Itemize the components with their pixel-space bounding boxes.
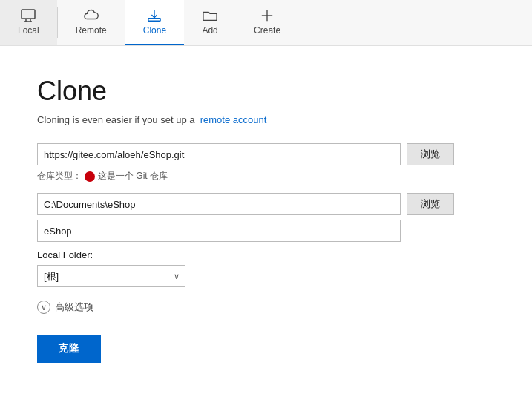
path-row: 浏览	[37, 193, 495, 215]
nav-item-remote[interactable]: Remote	[58, 0, 125, 45]
url-input[interactable]	[37, 143, 401, 165]
local-folder-dropdown[interactable]: [根]	[37, 265, 185, 287]
advanced-options-row[interactable]: ∨ 高级选项	[37, 301, 495, 314]
browse-button-1[interactable]: 浏览	[407, 143, 454, 165]
svg-rect-4	[148, 18, 160, 21]
advanced-options-icon: ∨	[37, 301, 50, 314]
repo-type-label: 仓库类型：	[37, 170, 82, 183]
svg-rect-0	[22, 10, 35, 19]
nav-item-create[interactable]: Create	[236, 0, 298, 45]
local-folder-label: Local Folder:	[37, 249, 495, 260]
monitor-icon	[20, 9, 36, 22]
repo-type-value: 这是一个 Git 仓库	[98, 170, 168, 183]
advanced-options-label: 高级选项	[55, 301, 93, 314]
url-row: 浏览	[37, 143, 495, 165]
nav-add-label: Add	[202, 25, 217, 36]
nav-remote-label: Remote	[76, 25, 107, 36]
subtitle-pre: Cloning is even easier if you set up a	[37, 114, 194, 125]
nav-item-clone[interactable]: Clone	[125, 0, 184, 45]
download-icon	[146, 9, 162, 22]
repo-name-input[interactable]	[37, 220, 401, 242]
remote-account-link[interactable]: remote account	[200, 114, 267, 125]
nav-clone-label: Clone	[143, 25, 166, 36]
top-nav: Local Remote Clone Add	[0, 0, 532, 46]
page-title: Clone	[37, 76, 495, 107]
cloud-icon	[83, 9, 99, 22]
gitee-icon	[85, 171, 95, 182]
nav-item-add[interactable]: Add	[184, 0, 236, 45]
plus-icon	[259, 9, 275, 22]
folder-icon	[202, 9, 218, 22]
subtitle: Cloning is even easier if you set up a r…	[37, 114, 495, 125]
nav-local-label: Local	[18, 25, 39, 36]
nav-item-local[interactable]: Local	[0, 0, 57, 45]
nav-create-label: Create	[254, 25, 280, 36]
name-row	[37, 220, 495, 242]
clone-button[interactable]: 克隆	[37, 335, 101, 363]
path-input[interactable]	[37, 193, 401, 215]
main-content: Clone Cloning is even easier if you set …	[0, 46, 532, 393]
repo-type-info: 仓库类型： 这是一个 Git 仓库	[37, 170, 495, 183]
dropdown-wrapper: [根]	[37, 265, 185, 287]
dropdown-row: [根]	[37, 265, 495, 287]
browse-button-2[interactable]: 浏览	[407, 193, 454, 215]
